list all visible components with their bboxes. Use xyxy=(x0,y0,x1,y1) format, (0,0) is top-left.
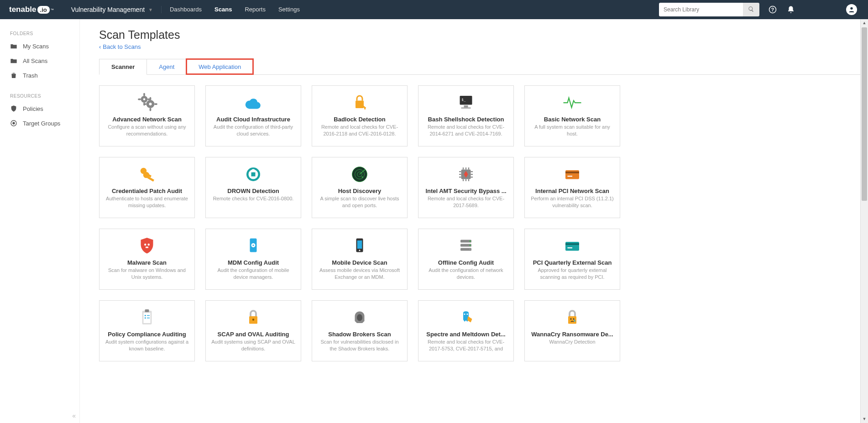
app-switcher[interactable]: Vulnerability Management ▼ xyxy=(63,6,162,13)
tab-web-application[interactable]: Web Application xyxy=(186,59,253,74)
template-title: Policy Compliance Auditing xyxy=(105,331,189,338)
template-card[interactable]: Internal PCI Network ScanPerform an inte… xyxy=(524,157,620,218)
svg-rect-50 xyxy=(145,309,149,312)
pulse-icon xyxy=(561,91,583,114)
target-icon xyxy=(10,120,17,127)
help-icon[interactable]: ? xyxy=(769,5,777,14)
template-title: WannaCry Ransomware De... xyxy=(530,331,614,338)
svg-point-6 xyxy=(143,98,146,100)
svg-rect-32 xyxy=(146,247,148,248)
svg-point-56 xyxy=(252,319,255,321)
scrollbar-thumb[interactable] xyxy=(862,27,867,201)
template-card[interactable]: Malware ScanScan for malware on Windows … xyxy=(99,229,195,290)
template-card[interactable]: Intel AMT Security Bypass ...Remote and … xyxy=(418,157,514,218)
profile-menu[interactable] xyxy=(846,4,857,15)
template-title: MDM Config Audit xyxy=(211,259,295,266)
svg-rect-60 xyxy=(568,316,576,324)
cloud-icon xyxy=(242,91,264,114)
template-desc: Remote checks for CVE-2016-0800. xyxy=(213,195,294,202)
template-desc: Remote and local checks for CVE-2016-211… xyxy=(318,124,402,137)
template-card[interactable]: Basic Network ScanA full system scan sui… xyxy=(524,85,620,146)
shield-skull-icon xyxy=(136,235,158,257)
template-card[interactable]: Advanced Network ScanConfigure a scan wi… xyxy=(99,85,195,146)
brand-logo[interactable]: tenable.io™ xyxy=(0,5,63,14)
svg-point-62 xyxy=(573,319,575,320)
card-orange-icon xyxy=(561,163,583,186)
template-desc: A full system scan suitable for any host… xyxy=(530,124,614,137)
template-card[interactable]: Shadow Brokers ScanScan for vulnerabilit… xyxy=(312,300,408,361)
scroll-down-icon[interactable]: ▼ xyxy=(861,415,868,423)
template-card[interactable]: MDM Config AuditAudit the configuration … xyxy=(205,229,301,290)
spectre-icon xyxy=(455,306,477,329)
back-to-scans-link[interactable]: ‹ Back to Scans xyxy=(99,43,141,50)
nav-links: Dashboards Scans Reports Settings xyxy=(163,0,306,19)
svg-point-4 xyxy=(12,122,15,124)
template-card[interactable]: Spectre and Meltdown Det...Remote and lo… xyxy=(418,300,514,361)
template-card[interactable]: Policy Compliance AuditingAudit system c… xyxy=(99,300,195,361)
page-title: Scan Templates xyxy=(99,28,868,42)
search-container xyxy=(659,3,759,16)
template-card[interactable]: Credentialed Patch AuditAuthenticate to … xyxy=(99,157,195,218)
search-button[interactable] xyxy=(743,3,759,16)
svg-rect-29 xyxy=(568,176,573,177)
svg-rect-13 xyxy=(461,108,471,109)
template-desc: Approved for quarterly external scanning… xyxy=(530,267,614,281)
template-desc: Scan for malware on Windows and Unix sys… xyxy=(105,267,189,281)
shield-icon xyxy=(10,105,17,112)
template-title: SCAP and OVAL Auditing xyxy=(211,331,295,338)
svg-point-8 xyxy=(149,103,152,105)
svg-rect-20 xyxy=(251,172,256,177)
cpu-icon xyxy=(455,163,477,186)
sidebar-item-target-groups[interactable]: Target Groups xyxy=(0,116,79,131)
nav-reports[interactable]: Reports xyxy=(238,0,272,19)
template-card[interactable]: Audit Cloud InfrastructureAudit the conf… xyxy=(205,85,301,146)
bell-icon[interactable] xyxy=(787,5,795,14)
collapse-sidebar-icon[interactable]: « xyxy=(72,412,76,419)
clipboard-icon xyxy=(136,306,158,329)
template-card[interactable]: Badlock DetectionRemote and local checks… xyxy=(312,85,408,146)
template-card[interactable]: SCAP and OVAL AuditingAudit systems usin… xyxy=(205,300,301,361)
template-card[interactable]: Host DiscoveryA simple scan to discover … xyxy=(312,157,408,218)
template-title: Offline Config Audit xyxy=(424,259,508,266)
sidebar-item-my-scans[interactable]: My Scans xyxy=(0,39,79,53)
chevron-left-icon: ‹ xyxy=(99,43,101,50)
radar-icon xyxy=(349,163,371,186)
scroll-up-icon[interactable]: ▲ xyxy=(861,19,868,27)
svg-point-59 xyxy=(467,313,468,315)
nav-dashboards[interactable]: Dashboards xyxy=(163,0,208,19)
phone-icon xyxy=(349,235,371,257)
lock-cry-icon xyxy=(561,306,583,329)
tab-scanner[interactable]: Scanner xyxy=(99,59,147,75)
template-desc: Remote and local checks for CVE-2014-627… xyxy=(424,124,508,137)
scrollbar[interactable]: ▲ ▼ xyxy=(860,19,868,423)
template-title: Internal PCI Network Scan xyxy=(530,188,614,194)
template-card[interactable]: PCI Quarterly External ScanApproved for … xyxy=(524,229,620,290)
template-title: Mobile Device Scan xyxy=(318,259,402,266)
template-title: Malware Scan xyxy=(105,259,189,266)
sidebar-item-policies[interactable]: Policies xyxy=(0,101,79,116)
template-card[interactable]: DROWN DetectionRemote checks for CVE-201… xyxy=(205,157,301,218)
svg-rect-28 xyxy=(565,172,579,173)
template-card[interactable]: Offline Config AuditAudit the configurat… xyxy=(418,229,514,290)
template-desc: Audit the configuration of mobile device… xyxy=(211,267,295,281)
template-desc: Authenticate to hosts and enumerate miss… xyxy=(105,195,189,209)
template-title: PCI Quarterly External Scan xyxy=(530,259,614,266)
template-card[interactable]: $_Bash Shellshock DetectionRemote and lo… xyxy=(418,85,514,146)
svg-rect-45 xyxy=(565,242,579,251)
tab-agent[interactable]: Agent xyxy=(146,59,187,74)
template-card[interactable]: Mobile Device ScanAssess mobile devices … xyxy=(312,229,408,290)
template-grid: Advanced Network ScanConfigure a scan wi… xyxy=(99,85,868,361)
template-desc: A simple scan to discover live hosts and… xyxy=(318,195,402,209)
svg-text:?: ? xyxy=(771,7,774,12)
sidebar-item-trash[interactable]: Trash xyxy=(0,68,79,83)
sidebar: FOLDERS My Scans All Scans Trash RESOURC… xyxy=(0,19,80,423)
template-tabs: Scanner Agent Web Application xyxy=(99,59,868,75)
nav-settings[interactable]: Settings xyxy=(272,0,306,19)
nav-scans[interactable]: Scans xyxy=(208,0,238,19)
sidebar-item-all-scans[interactable]: All Scans xyxy=(0,53,79,68)
template-card[interactable]: WannaCry Ransomware De...WannaCry Detect… xyxy=(524,300,620,361)
svg-point-51 xyxy=(145,315,146,316)
template-desc: Audit systems using SCAP and OVAL defini… xyxy=(211,339,295,352)
search-input[interactable] xyxy=(659,3,743,16)
template-title: Host Discovery xyxy=(318,188,402,194)
